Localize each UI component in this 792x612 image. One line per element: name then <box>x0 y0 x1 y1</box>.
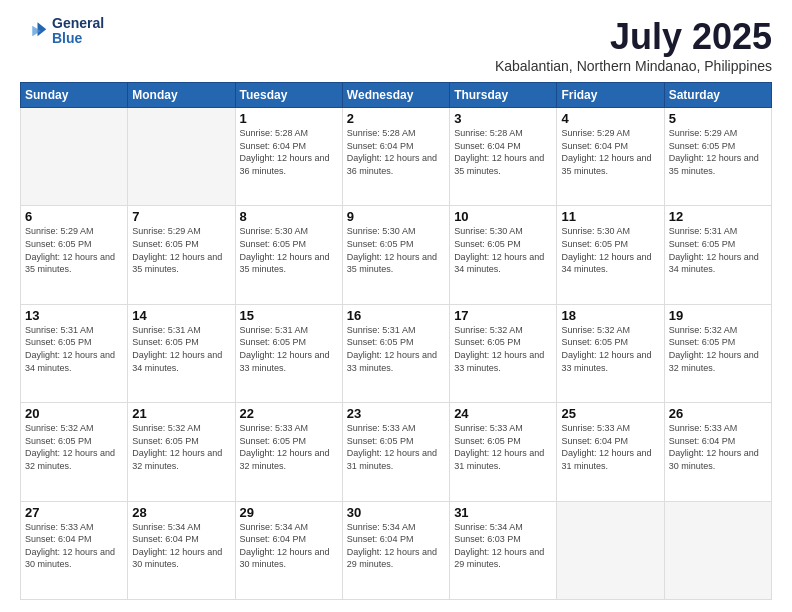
weekday-header: Monday <box>128 83 235 108</box>
day-info: Sunrise: 5:30 AM Sunset: 6:05 PM Dayligh… <box>240 225 338 275</box>
calendar-cell: 16Sunrise: 5:31 AM Sunset: 6:05 PM Dayli… <box>342 304 449 402</box>
calendar-cell: 18Sunrise: 5:32 AM Sunset: 6:05 PM Dayli… <box>557 304 664 402</box>
header: General Blue July 2025 Kabalantian, Nort… <box>20 16 772 74</box>
calendar-week-row: 6Sunrise: 5:29 AM Sunset: 6:05 PM Daylig… <box>21 206 772 304</box>
day-info: Sunrise: 5:33 AM Sunset: 6:05 PM Dayligh… <box>347 422 445 472</box>
day-info: Sunrise: 5:28 AM Sunset: 6:04 PM Dayligh… <box>454 127 552 177</box>
day-info: Sunrise: 5:30 AM Sunset: 6:05 PM Dayligh… <box>454 225 552 275</box>
day-number: 6 <box>25 209 123 224</box>
day-number: 10 <box>454 209 552 224</box>
day-number: 26 <box>669 406 767 421</box>
day-number: 25 <box>561 406 659 421</box>
calendar-cell: 5Sunrise: 5:29 AM Sunset: 6:05 PM Daylig… <box>664 108 771 206</box>
day-info: Sunrise: 5:34 AM Sunset: 6:03 PM Dayligh… <box>454 521 552 571</box>
calendar-cell: 2Sunrise: 5:28 AM Sunset: 6:04 PM Daylig… <box>342 108 449 206</box>
calendar-week-row: 1Sunrise: 5:28 AM Sunset: 6:04 PM Daylig… <box>21 108 772 206</box>
day-number: 28 <box>132 505 230 520</box>
day-number: 22 <box>240 406 338 421</box>
day-info: Sunrise: 5:31 AM Sunset: 6:05 PM Dayligh… <box>669 225 767 275</box>
day-info: Sunrise: 5:28 AM Sunset: 6:04 PM Dayligh… <box>347 127 445 177</box>
day-info: Sunrise: 5:32 AM Sunset: 6:05 PM Dayligh… <box>132 422 230 472</box>
day-number: 16 <box>347 308 445 323</box>
day-number: 15 <box>240 308 338 323</box>
svg-marker-0 <box>38 23 47 37</box>
calendar-cell: 11Sunrise: 5:30 AM Sunset: 6:05 PM Dayli… <box>557 206 664 304</box>
day-info: Sunrise: 5:32 AM Sunset: 6:05 PM Dayligh… <box>561 324 659 374</box>
main-title: July 2025 <box>495 16 772 58</box>
calendar-cell: 10Sunrise: 5:30 AM Sunset: 6:05 PM Dayli… <box>450 206 557 304</box>
day-number: 13 <box>25 308 123 323</box>
calendar-cell: 21Sunrise: 5:32 AM Sunset: 6:05 PM Dayli… <box>128 403 235 501</box>
calendar-cell: 3Sunrise: 5:28 AM Sunset: 6:04 PM Daylig… <box>450 108 557 206</box>
calendar-cell <box>557 501 664 599</box>
day-info: Sunrise: 5:31 AM Sunset: 6:05 PM Dayligh… <box>347 324 445 374</box>
calendar-cell <box>21 108 128 206</box>
day-number: 30 <box>347 505 445 520</box>
calendar-header-row: SundayMondayTuesdayWednesdayThursdayFrid… <box>21 83 772 108</box>
day-number: 1 <box>240 111 338 126</box>
calendar-cell <box>664 501 771 599</box>
day-number: 17 <box>454 308 552 323</box>
day-info: Sunrise: 5:33 AM Sunset: 6:04 PM Dayligh… <box>669 422 767 472</box>
day-number: 7 <box>132 209 230 224</box>
day-number: 21 <box>132 406 230 421</box>
day-number: 23 <box>347 406 445 421</box>
calendar-cell: 19Sunrise: 5:32 AM Sunset: 6:05 PM Dayli… <box>664 304 771 402</box>
subtitle: Kabalantian, Northern Mindanao, Philippi… <box>495 58 772 74</box>
day-info: Sunrise: 5:33 AM Sunset: 6:04 PM Dayligh… <box>25 521 123 571</box>
day-info: Sunrise: 5:33 AM Sunset: 6:05 PM Dayligh… <box>454 422 552 472</box>
calendar-week-row: 27Sunrise: 5:33 AM Sunset: 6:04 PM Dayli… <box>21 501 772 599</box>
day-info: Sunrise: 5:33 AM Sunset: 6:04 PM Dayligh… <box>561 422 659 472</box>
day-info: Sunrise: 5:29 AM Sunset: 6:05 PM Dayligh… <box>669 127 767 177</box>
weekday-header: Wednesday <box>342 83 449 108</box>
weekday-header: Saturday <box>664 83 771 108</box>
day-number: 12 <box>669 209 767 224</box>
day-number: 8 <box>240 209 338 224</box>
logo-text: General Blue <box>52 16 104 47</box>
calendar-cell: 30Sunrise: 5:34 AM Sunset: 6:04 PM Dayli… <box>342 501 449 599</box>
day-info: Sunrise: 5:30 AM Sunset: 6:05 PM Dayligh… <box>347 225 445 275</box>
calendar-week-row: 13Sunrise: 5:31 AM Sunset: 6:05 PM Dayli… <box>21 304 772 402</box>
title-block: July 2025 Kabalantian, Northern Mindanao… <box>495 16 772 74</box>
calendar-cell: 4Sunrise: 5:29 AM Sunset: 6:04 PM Daylig… <box>557 108 664 206</box>
calendar-cell: 13Sunrise: 5:31 AM Sunset: 6:05 PM Dayli… <box>21 304 128 402</box>
day-number: 9 <box>347 209 445 224</box>
day-info: Sunrise: 5:31 AM Sunset: 6:05 PM Dayligh… <box>132 324 230 374</box>
day-number: 18 <box>561 308 659 323</box>
day-number: 29 <box>240 505 338 520</box>
calendar-cell <box>128 108 235 206</box>
logo-icon <box>20 17 48 45</box>
calendar-cell: 23Sunrise: 5:33 AM Sunset: 6:05 PM Dayli… <box>342 403 449 501</box>
calendar-cell: 12Sunrise: 5:31 AM Sunset: 6:05 PM Dayli… <box>664 206 771 304</box>
calendar-cell: 28Sunrise: 5:34 AM Sunset: 6:04 PM Dayli… <box>128 501 235 599</box>
day-number: 11 <box>561 209 659 224</box>
calendar-cell: 31Sunrise: 5:34 AM Sunset: 6:03 PM Dayli… <box>450 501 557 599</box>
calendar-cell: 6Sunrise: 5:29 AM Sunset: 6:05 PM Daylig… <box>21 206 128 304</box>
day-info: Sunrise: 5:34 AM Sunset: 6:04 PM Dayligh… <box>347 521 445 571</box>
day-info: Sunrise: 5:34 AM Sunset: 6:04 PM Dayligh… <box>132 521 230 571</box>
day-info: Sunrise: 5:34 AM Sunset: 6:04 PM Dayligh… <box>240 521 338 571</box>
calendar-cell: 17Sunrise: 5:32 AM Sunset: 6:05 PM Dayli… <box>450 304 557 402</box>
day-number: 31 <box>454 505 552 520</box>
calendar-cell: 1Sunrise: 5:28 AM Sunset: 6:04 PM Daylig… <box>235 108 342 206</box>
weekday-header: Tuesday <box>235 83 342 108</box>
day-number: 27 <box>25 505 123 520</box>
day-info: Sunrise: 5:32 AM Sunset: 6:05 PM Dayligh… <box>454 324 552 374</box>
day-info: Sunrise: 5:33 AM Sunset: 6:05 PM Dayligh… <box>240 422 338 472</box>
day-number: 4 <box>561 111 659 126</box>
day-info: Sunrise: 5:31 AM Sunset: 6:05 PM Dayligh… <box>25 324 123 374</box>
day-number: 24 <box>454 406 552 421</box>
day-info: Sunrise: 5:29 AM Sunset: 6:05 PM Dayligh… <box>25 225 123 275</box>
day-info: Sunrise: 5:32 AM Sunset: 6:05 PM Dayligh… <box>25 422 123 472</box>
calendar-table: SundayMondayTuesdayWednesdayThursdayFrid… <box>20 82 772 600</box>
calendar-cell: 9Sunrise: 5:30 AM Sunset: 6:05 PM Daylig… <box>342 206 449 304</box>
calendar-cell: 14Sunrise: 5:31 AM Sunset: 6:05 PM Dayli… <box>128 304 235 402</box>
day-info: Sunrise: 5:30 AM Sunset: 6:05 PM Dayligh… <box>561 225 659 275</box>
calendar-week-row: 20Sunrise: 5:32 AM Sunset: 6:05 PM Dayli… <box>21 403 772 501</box>
day-number: 3 <box>454 111 552 126</box>
calendar-cell: 27Sunrise: 5:33 AM Sunset: 6:04 PM Dayli… <box>21 501 128 599</box>
day-info: Sunrise: 5:31 AM Sunset: 6:05 PM Dayligh… <box>240 324 338 374</box>
calendar-cell: 15Sunrise: 5:31 AM Sunset: 6:05 PM Dayli… <box>235 304 342 402</box>
day-number: 19 <box>669 308 767 323</box>
weekday-header: Thursday <box>450 83 557 108</box>
